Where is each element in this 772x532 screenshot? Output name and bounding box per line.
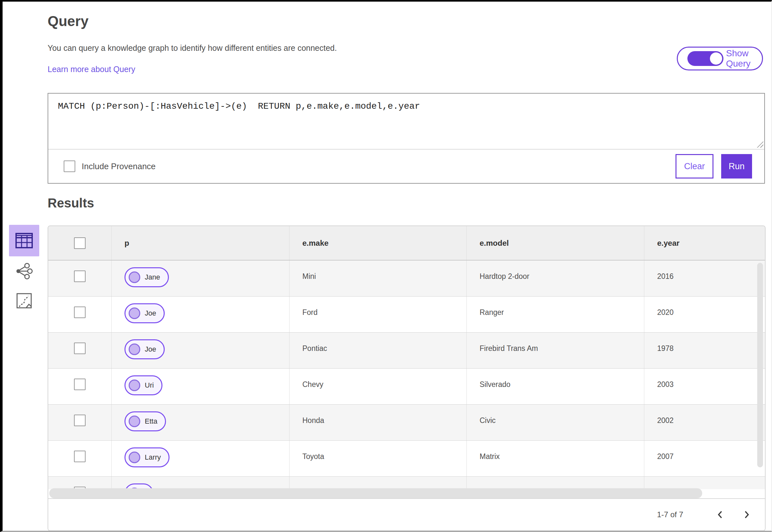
view-switcher-link-chart[interactable] (9, 258, 39, 284)
query-input[interactable]: MATCH (p:Person)-[:HasVehicle]->(e) RETU… (48, 94, 764, 149)
table-view-icon (15, 233, 33, 248)
cell-year: 2002 (644, 405, 765, 440)
cell-make: Toyota (289, 441, 466, 476)
entity-node-icon (129, 344, 140, 355)
table-row: Uri Chevy Silverado 2003 (48, 369, 765, 405)
cell-model: Civic (466, 405, 644, 440)
cell-year (644, 477, 765, 489)
table-header-row: p e.make e.model e.year (48, 226, 765, 261)
entity-pill[interactable]: Uri (124, 375, 162, 395)
cell-make: Pontiac (289, 333, 466, 368)
cell-year: 1978 (644, 333, 765, 368)
results-title: Results (48, 196, 94, 210)
table-row: Etta Honda Civic 2002 (48, 405, 765, 441)
table-row-partial (48, 477, 765, 489)
row-checkbox[interactable] (74, 415, 86, 426)
pagination-range-label: 1-7 of 7 (657, 510, 683, 519)
show-query-label: Show Query (726, 48, 762, 69)
row-checkbox[interactable] (74, 271, 86, 282)
entity-node-icon (129, 380, 140, 391)
entity-pill[interactable]: Joe (124, 339, 165, 359)
learn-more-link[interactable]: Learn more about Query (48, 65, 135, 74)
query-footer: Include Provenance Clear Run (48, 150, 764, 183)
show-query-toggle[interactable]: Show Query (677, 47, 763, 70)
entity-name: Etta (145, 417, 157, 426)
entity-name: Joe (145, 345, 156, 353)
cell-year: 2007 (644, 441, 765, 476)
column-header-p[interactable]: p (111, 226, 289, 260)
cell-model: Silverado (466, 369, 644, 404)
view-switcher-map[interactable] (9, 287, 39, 314)
toggle-track-icon[interactable] (687, 51, 723, 66)
cell-year: 2020 (644, 297, 765, 332)
table-row: Larry Toyota Matrix 2007 (48, 441, 765, 477)
entity-pill[interactable]: Jane (124, 267, 169, 287)
view-switcher-table[interactable] (9, 225, 39, 256)
entity-node-icon (129, 271, 140, 283)
include-provenance-label: Include Provenance (82, 161, 156, 171)
entity-node-icon (129, 452, 140, 463)
vertical-scrollbar[interactable] (757, 263, 763, 467)
entity-pill[interactable]: Larry (124, 447, 170, 467)
page-description: You can query a knowledge graph to ident… (48, 43, 337, 53)
include-provenance-checkbox[interactable] (64, 161, 75, 172)
pagination-next-button[interactable] (739, 507, 754, 522)
row-checkbox[interactable] (74, 343, 86, 354)
row-checkbox[interactable] (74, 307, 86, 318)
cell-model (466, 477, 644, 489)
link-chart-view-icon (15, 263, 33, 280)
table-body: Jane Mini Hardtop 2-door 2016 Joe Ford R… (48, 261, 765, 489)
entity-pill[interactable]: Etta (124, 411, 166, 431)
toggle-knob-icon (710, 52, 722, 65)
row-checkbox[interactable] (74, 451, 86, 462)
entity-name: Joe (145, 309, 156, 317)
table-row: Joe Ford Ranger 2020 (48, 297, 765, 333)
column-header-e-make[interactable]: e.make (289, 226, 466, 260)
results-table: p e.make e.model e.year Jane Mini Hardto… (48, 225, 766, 531)
cell-model: Firebird Trans Am (466, 333, 644, 368)
row-checkbox[interactable] (74, 379, 86, 390)
column-header-e-year[interactable]: e.year (644, 226, 765, 260)
table-pagination: 1-7 of 7 (48, 498, 765, 530)
entity-node-icon (129, 416, 140, 427)
cell-make: Chevy (289, 369, 466, 404)
select-all-checkbox[interactable] (74, 237, 86, 249)
cell-model: Matrix (466, 441, 644, 476)
entity-name: Jane (145, 273, 160, 281)
cell-year: 2016 (644, 261, 765, 296)
entity-pill[interactable]: Joe (124, 303, 165, 323)
cell-make: Ford (289, 297, 466, 332)
entity-node-icon (129, 307, 140, 319)
header-checkbox-cell (48, 226, 111, 260)
chevron-right-icon (743, 510, 750, 519)
run-button[interactable]: Run (721, 154, 752, 179)
cell-make: Mini (289, 261, 466, 296)
table-row: Joe Pontiac Firebird Trans Am 1978 (48, 333, 765, 369)
pagination-prev-button[interactable] (713, 507, 728, 522)
entity-name: Larry (145, 453, 161, 462)
table-row: Jane Mini Hardtop 2-door 2016 (48, 261, 765, 297)
clear-button[interactable]: Clear (675, 154, 713, 179)
page-title: Query (48, 13, 88, 29)
chevron-left-icon (717, 510, 724, 519)
query-editor-panel: MATCH (p:Person)-[:HasVehicle]->(e) RETU… (48, 93, 765, 184)
column-header-e-model[interactable]: e.model (466, 226, 644, 260)
app-window: Query You can query a knowledge graph to… (0, 0, 772, 532)
cell-make (289, 477, 466, 489)
cell-year: 2003 (644, 369, 765, 404)
horizontal-scrollbar[interactable] (49, 488, 702, 498)
entity-name: Uri (145, 381, 154, 390)
cell-model: Hardtop 2-door (466, 261, 644, 296)
query-textarea-wrap: MATCH (p:Person)-[:HasVehicle]->(e) RETU… (48, 94, 764, 150)
map-view-icon (16, 293, 32, 309)
cell-make: Honda (289, 405, 466, 440)
cell-model: Ranger (466, 297, 644, 332)
